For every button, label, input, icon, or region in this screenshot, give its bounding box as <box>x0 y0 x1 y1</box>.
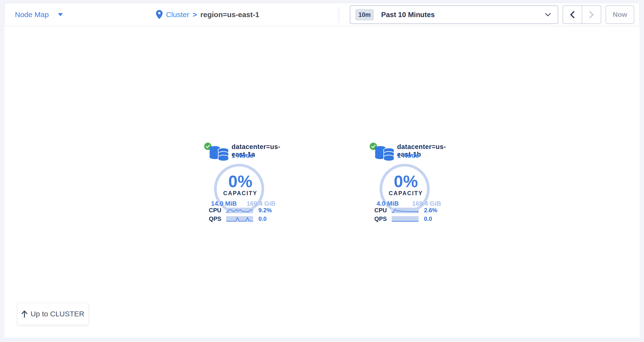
qps-value: 0.0 <box>258 215 266 222</box>
database-stack-icon <box>374 146 395 161</box>
capacity-total: 169.4 GiB <box>246 200 276 207</box>
view-selector-label: Node Map <box>15 10 49 19</box>
capacity-label: CAPACITY <box>353 190 458 197</box>
capacity-used: 14.0 MiB <box>211 200 237 207</box>
cpu-sparkline <box>226 208 253 213</box>
cpu-value: 2.6% <box>424 207 438 214</box>
breadcrumb-current: region=us-east-1 <box>200 10 260 19</box>
capacity-label: CAPACITY <box>188 190 293 197</box>
database-stack-icon <box>209 146 230 161</box>
time-range-badge: 10m <box>355 9 374 20</box>
capacity-used: 4.0 MiB <box>376 200 399 207</box>
qps-sparkline <box>392 216 418 222</box>
capacity-percentage: 0% <box>353 172 458 191</box>
qps-label: QPS <box>353 215 387 222</box>
qps-value: 0.0 <box>424 215 432 222</box>
breadcrumb-root-link[interactable]: Cluster <box>166 10 189 19</box>
locality-node-count: 1 Node <box>397 152 419 160</box>
chevron-right-icon <box>589 11 594 18</box>
chevron-down-icon <box>545 13 551 16</box>
cpu-sparkline <box>392 208 418 213</box>
time-range-label: Past 10 Minutes <box>381 11 435 19</box>
cpu-label: CPU <box>188 207 221 214</box>
locality-card-us-east-1b[interactable]: datacenter=us-east-1b 1 Node 0% CAPACITY… <box>353 141 458 226</box>
capacity-percentage: 0% <box>188 172 293 191</box>
prev-time-button[interactable] <box>563 6 582 23</box>
breadcrumb: Cluster > region=us-east-1 <box>156 3 259 26</box>
location-pin-icon <box>156 10 162 19</box>
locality-card-us-east-1a[interactable]: datacenter=us-east-1a 1 Node 0% CAPACITY… <box>188 141 293 226</box>
now-button-label: Now <box>613 11 627 18</box>
view-selector-dropdown[interactable]: Node Map <box>15 3 63 26</box>
qps-label: QPS <box>188 215 221 222</box>
up-to-cluster-label: Up to CLUSTER <box>30 310 84 318</box>
arrow-up-icon <box>21 310 28 318</box>
header-divider <box>339 6 339 22</box>
next-time-button[interactable] <box>582 6 601 23</box>
chevron-left-icon <box>570 11 575 18</box>
cpu-label: CPU <box>353 207 387 214</box>
breadcrumb-separator: > <box>193 10 197 19</box>
locality-node-count: 1 Node <box>232 152 254 160</box>
header-bar: Node Map Cluster > region=us-east-1 10m … <box>4 3 640 26</box>
caret-down-icon <box>58 13 63 16</box>
now-button[interactable]: Now <box>606 5 634 24</box>
node-map-canvas: datacenter=us-east-1a 1 Node 0% CAPACITY… <box>4 26 640 338</box>
time-nav-group <box>562 5 601 24</box>
qps-sparkline <box>226 216 253 222</box>
cpu-value: 9.2% <box>258 207 272 214</box>
capacity-total: 169.4 GiB <box>412 200 441 207</box>
time-range-selector[interactable]: 10m Past 10 Minutes <box>350 5 558 24</box>
up-to-cluster-button[interactable]: Up to CLUSTER <box>17 303 88 325</box>
